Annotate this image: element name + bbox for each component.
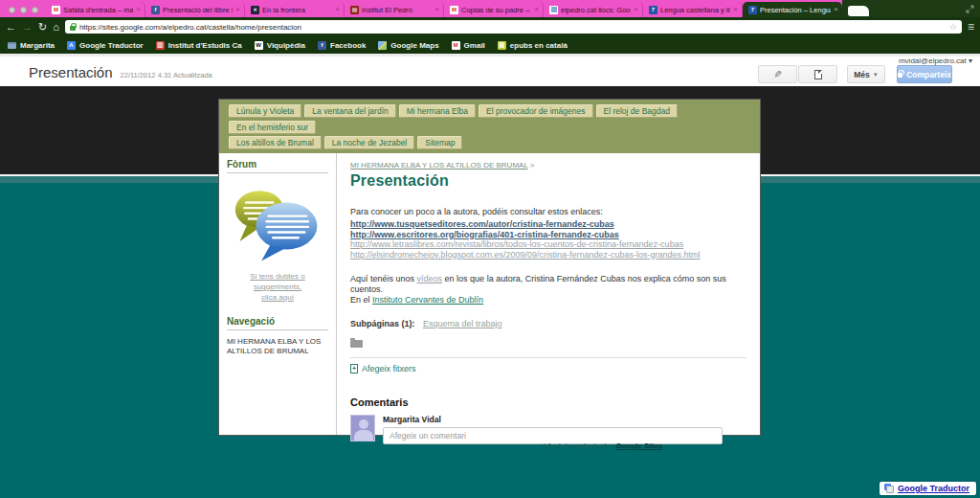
instituto-cervantes-link[interactable]: Instituto Cervantes de Dublín: [372, 295, 483, 305]
subpage-link-esquema[interactable]: Esquema del trabajo: [423, 319, 502, 328]
comments-heading: Comentaris: [350, 396, 746, 408]
more-actions-button[interactable]: Més ▼: [847, 65, 885, 83]
bookmark-label: Institut d'Estudis Ca: [168, 41, 242, 50]
bookmark-label: Gmail: [464, 41, 485, 50]
forum-link-line1: Si tens dubtes o suggeriments,: [250, 272, 304, 291]
breadcrumb: MI HERMANA ELBA Y LOS ALTILLOS DE BRUMAL…: [350, 161, 746, 170]
header-buttons: ✎ Més ▼ Comparteix: [758, 65, 952, 83]
add-files-link[interactable]: Afegeix fitxers: [350, 364, 746, 374]
reload-button-icon[interactable]: ↻: [38, 22, 47, 33]
tab-close-icon[interactable]: ×: [434, 6, 439, 13]
home-button-icon[interactable]: ⌂: [53, 22, 59, 33]
article-title: Presentación: [350, 172, 746, 190]
fullscreen-toggle-icon[interactable]: [966, 5, 974, 13]
bookmark-label: Google Traductor: [79, 41, 144, 50]
bookmark-label: Viquipèdia: [267, 41, 305, 50]
forum-image-link[interactable]: [227, 187, 328, 263]
google-translate-label: Google Traductor: [898, 484, 969, 493]
add-file-icon: [350, 364, 358, 374]
bookmark-google-maps[interactable]: Google Maps: [378, 41, 438, 50]
site-content-box: Lúnula y Violeta La ventana del jardín M…: [218, 99, 761, 436]
window-close-button[interactable]: [9, 7, 15, 13]
browser-tab-facebook[interactable]: Presentació del llibre MITA ×: [145, 2, 245, 17]
epub-icon: [498, 41, 506, 50]
tab-close-icon[interactable]: ×: [634, 6, 638, 13]
nav-la-ventana-del-jardin[interactable]: La ventana del jardín: [304, 104, 395, 118]
gmail-icon: [452, 41, 460, 50]
bookmark-viquipedia[interactable]: Viquipèdia: [255, 41, 305, 50]
breadcrumb-separator: >: [528, 161, 535, 170]
browser-tab-institut[interactable]: Institut El Pedró ×: [345, 2, 444, 17]
tab-close-icon[interactable]: ×: [136, 6, 141, 13]
tab-close-icon[interactable]: ×: [335, 6, 340, 13]
nav-los-altillos-de-brumal[interactable]: Los altillos de Brumal: [229, 136, 322, 149]
forum-suggestions-link[interactable]: Si tens dubtes o suggeriments, clica aqu…: [227, 271, 328, 303]
forum-link-line2: clica aquí: [261, 293, 294, 302]
link-escritores[interactable]: http://www.escritores.org/biografias/401…: [350, 230, 746, 240]
site-sidebar: Fòrum: [219, 153, 337, 435]
browser-tab-google-sites-list[interactable]: elpedro.cat llocs: Google Si ×: [544, 2, 643, 17]
bookmark-gmail[interactable]: Gmail: [452, 41, 485, 50]
browser-tab-presentacion-active[interactable]: Presentación – Lengua cast ×: [743, 2, 842, 17]
google-translate-widget[interactable]: Google Traductor: [880, 482, 976, 495]
new-page-button[interactable]: [798, 65, 837, 83]
tab-close-icon[interactable]: ×: [834, 6, 838, 13]
browser-tab-en-la-frontera[interactable]: En la frontera ×: [245, 2, 345, 17]
nav-el-provocador[interactable]: El provocador de imágenes: [479, 104, 592, 118]
sidebar-item-mi-hermana-elba[interactable]: MI HERMANA ELBA Y LOS ALTILLOS DE BRUMAL: [227, 337, 328, 356]
nav-la-noche-de-jezabel[interactable]: La noche de Jezabel: [324, 136, 414, 149]
url-text[interactable]: https://sites.google.com/a/elpedro.cat/c…: [79, 23, 946, 32]
browser-tab-coplas[interactable]: Coplas de su padre – mvi ×: [444, 2, 544, 17]
nav-row-2: Los altillos de Brumal La noche de Jezab…: [229, 136, 755, 149]
tab-close-icon[interactable]: ×: [733, 6, 738, 13]
nav-sitemap[interactable]: Sitemap: [417, 136, 462, 149]
attachments-folder-icon: [350, 340, 363, 348]
link-elsindromechejov[interactable]: http://elsindromechejov.blogspot.com.es/…: [350, 250, 746, 260]
bookmark-epubs[interactable]: epubs en català: [498, 41, 568, 50]
nav-mi-hermana-elba[interactable]: Mi hermana Elba: [399, 104, 476, 118]
window-zoom-button[interactable]: [32, 7, 38, 13]
bookmark-facebook[interactable]: Facebook: [318, 41, 366, 50]
gmail-favicon-icon: [450, 6, 458, 14]
facebook-favicon-icon: [151, 6, 160, 14]
bookmark-google-traductor[interactable]: Google Traductor: [67, 41, 144, 50]
account-menu[interactable]: mvidal@elpedro.cat ▾: [899, 57, 972, 65]
tab-close-icon[interactable]: ×: [534, 6, 539, 13]
seven-favicon-icon: [748, 6, 757, 14]
facebook-icon: [318, 41, 326, 50]
chrome-menu-icon[interactable]: ≡: [968, 21, 974, 33]
nav-lunula-y-violeta[interactable]: Lúnula y Violeta: [229, 104, 301, 118]
window-controls[interactable]: [0, 7, 46, 17]
link-tusquets[interactable]: http://www.tusquetseditores.com/autor/cr…: [350, 219, 746, 230]
breadcrumb-link[interactable]: MI HERMANA ELBA Y LOS ALTILLOS DE BRUMAL: [350, 161, 528, 170]
window-minimize-button[interactable]: [20, 7, 27, 13]
browser-tab-gmail-inbox[interactable]: Safata d'entrada – margari ×: [46, 2, 145, 17]
share-button[interactable]: Comparteix: [897, 65, 952, 83]
forward-button-icon[interactable]: →: [22, 22, 33, 33]
tab-strip-end: [842, 0, 980, 17]
nav-en-el-hemisferio-sur[interactable]: En el hemisferio sur: [229, 121, 316, 134]
iec-icon: [156, 41, 165, 50]
subpages-row: Subpáginas (1): Esquema del trabajo: [350, 319, 746, 328]
nav-el-reloj-de-bagdad[interactable]: El reloj de Bagdad: [596, 104, 678, 118]
google-sites-link[interactable]: Google Sites: [615, 441, 662, 450]
browser-tab-lengua[interactable]: Lengua castellana y literatu ×: [643, 2, 743, 17]
site-horizontal-nav: Lúnula y Violeta La ventana del jardín M…: [219, 100, 760, 153]
pencil-icon: ✎: [772, 70, 783, 78]
address-bar[interactable]: https://sites.google.com/a/elpedro.cat/c…: [65, 20, 962, 34]
bookmark-star-icon[interactable]: ☆: [949, 22, 957, 32]
back-button-icon[interactable]: ←: [6, 22, 16, 33]
videos-link[interactable]: vídeos: [417, 274, 443, 283]
bookmark-institut-estudis[interactable]: Institut d'Estudis Ca: [156, 41, 242, 50]
bookmark-margarita[interactable]: Margarita: [8, 41, 55, 50]
forum-heading: Fòrum: [227, 159, 328, 173]
https-lock-icon: [70, 26, 76, 31]
link-letraslibres[interactable]: http://www.letraslibres.com/revista/libr…: [350, 239, 746, 250]
lock-icon: [898, 73, 902, 78]
edit-page-button[interactable]: ✎: [758, 65, 797, 83]
new-tab-button[interactable]: [848, 6, 869, 16]
powered-by-footer: | Amb tecnologia de Google Sites: [479, 441, 727, 450]
google-sites-favicon-icon: [549, 6, 558, 14]
tab-close-icon[interactable]: ×: [235, 6, 240, 13]
wikipedia-icon: [255, 41, 263, 50]
